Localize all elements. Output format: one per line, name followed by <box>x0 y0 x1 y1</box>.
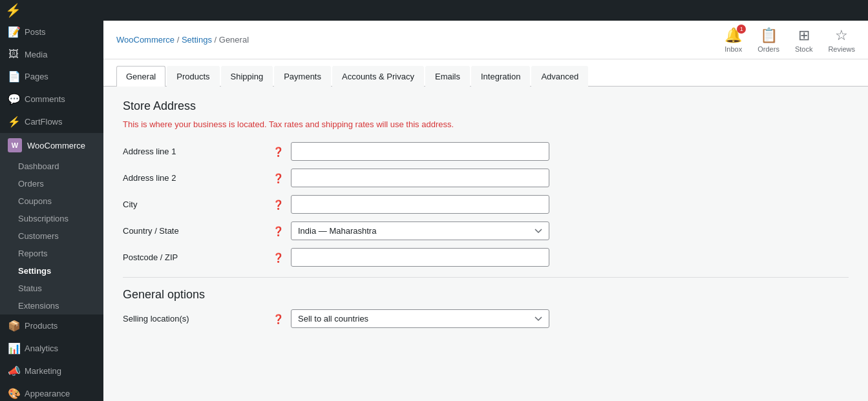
woo-submenu: Dashboard Orders Coupons Subscriptions C… <box>0 158 103 314</box>
woo-icon: W <box>8 138 22 152</box>
label-address2: Address line 2 <box>123 173 265 183</box>
content-area: WooCommerce / Settings / General 🔔 1 Inb… <box>103 21 868 401</box>
sidebar-item-pages[interactable]: 📄 Pages <box>0 65 103 88</box>
breadcrumb-woocommerce[interactable]: WooCommerce <box>116 35 175 45</box>
tab-integration[interactable]: Integration <box>471 66 530 87</box>
sidebar-sub-status[interactable]: Status <box>0 280 103 297</box>
input-city[interactable] <box>291 195 549 214</box>
sidebar-sub-coupons[interactable]: Coupons <box>0 192 103 210</box>
cartflows-icon: ⚡ <box>8 116 19 128</box>
wrap-postcode <box>291 248 549 267</box>
tab-payments[interactable]: Payments <box>274 66 331 87</box>
breadcrumb-settings[interactable]: Settings <box>182 35 212 45</box>
general-options-title: General options <box>123 277 849 302</box>
sidebar-item-woocommerce[interactable]: W WooCommerce ◄ <box>0 133 103 158</box>
breadcrumb-current: General <box>219 35 249 45</box>
sidebar-item-media[interactable]: 🖼 Media <box>0 43 103 65</box>
toolbar-reviews[interactable]: ☆ Reviews <box>828 27 855 53</box>
page-content: Store Address This is where your busines… <box>103 87 868 401</box>
sidebar-item-analytics[interactable]: 📊 Analytics <box>0 337 103 360</box>
orders-icon: 📋 <box>760 27 778 44</box>
field-address2: Address line 2 ❓ <box>123 169 849 187</box>
tab-emails[interactable]: Emails <box>425 66 470 87</box>
inbox-badge: 1 <box>737 25 746 34</box>
toolbar-stock[interactable]: ⊞ Stock <box>795 27 813 53</box>
breadcrumb: WooCommerce / Settings / General <box>116 35 249 45</box>
sidebar-item-marketing[interactable]: 📣 Marketing <box>0 360 103 382</box>
main-layout: 📝 Posts 🖼 Media 📄 Pages 💬 Comments ⚡ Car… <box>0 21 868 401</box>
sidebar-sub-orders[interactable]: Orders <box>0 175 103 192</box>
field-country: Country / State ❓ India — Maharashtra <box>123 221 849 240</box>
field-postcode: Postcode / ZIP ❓ <box>123 248 849 267</box>
toolbar-orders[interactable]: 📋 Orders <box>757 27 779 53</box>
sidebar: 📝 Posts 🖼 Media 📄 Pages 💬 Comments ⚡ Car… <box>0 21 103 401</box>
media-icon: 🖼 <box>8 48 19 60</box>
help-city[interactable]: ❓ <box>271 200 284 210</box>
products-icon: 📦 <box>8 320 19 332</box>
help-address2[interactable]: ❓ <box>271 173 284 183</box>
sidebar-sub-reports[interactable]: Reports <box>0 245 103 262</box>
sidebar-item-products[interactable]: 📦 Products <box>0 314 103 337</box>
sidebar-item-comments[interactable]: 💬 Comments <box>0 88 103 110</box>
wrap-country: India — Maharashtra <box>291 221 549 240</box>
input-postcode[interactable] <box>291 248 549 267</box>
toolbar-icons: 🔔 1 Inbox 📋 Orders ⊞ Stock ☆ Reviews <box>725 27 855 53</box>
help-country[interactable]: ❓ <box>271 226 284 236</box>
tab-products[interactable]: Products <box>167 66 219 87</box>
tab-general[interactable]: General <box>116 66 165 87</box>
sidebar-item-cartflows[interactable]: ⚡ CartFlows <box>0 110 103 133</box>
admin-bar: ⚡ <box>0 0 868 21</box>
sidebar-item-appearance[interactable]: 🎨 Appearance <box>0 382 103 401</box>
field-selling-location: Selling location(s) ❓ Sell to all countr… <box>123 309 849 328</box>
sidebar-sub-settings[interactable]: Settings ◄ <box>0 262 103 280</box>
input-address2[interactable] <box>291 169 549 187</box>
appearance-icon: 🎨 <box>8 387 19 400</box>
help-postcode[interactable]: ❓ <box>271 252 284 263</box>
wrap-address1 <box>291 142 549 161</box>
store-address-title: Store Address <box>123 99 849 113</box>
select-selling-location[interactable]: Sell to all countries <box>291 309 549 328</box>
input-address1[interactable] <box>291 142 549 161</box>
field-address1: Address line 1 ❓ <box>123 142 849 161</box>
marketing-icon: 📣 <box>8 365 19 377</box>
store-address-description: This is where your business is located. … <box>123 119 849 129</box>
toolbar-inbox[interactable]: 🔔 1 Inbox <box>725 27 742 53</box>
label-selling-location: Selling location(s) <box>123 314 265 324</box>
label-address1: Address line 1 <box>123 147 265 156</box>
comments-icon: 💬 <box>8 93 19 105</box>
tab-accounts-privacy[interactable]: Accounts & Privacy <box>332 66 424 87</box>
stock-icon: ⊞ <box>798 27 810 44</box>
settings-arrow: ◄ <box>102 263 103 278</box>
tab-advanced[interactable]: Advanced <box>531 66 588 87</box>
reviews-icon: ☆ <box>835 27 848 44</box>
wrap-address2 <box>291 169 549 187</box>
woo-arrow: ◄ <box>102 138 103 153</box>
label-city: City <box>123 200 265 209</box>
pages-icon: 📄 <box>8 70 19 83</box>
wp-logo: ⚡ <box>5 4 21 17</box>
help-address1[interactable]: ❓ <box>271 147 284 157</box>
sidebar-sub-subscriptions[interactable]: Subscriptions <box>0 210 103 227</box>
sidebar-sub-customers[interactable]: Customers <box>0 227 103 245</box>
wrap-city <box>291 195 549 214</box>
sidebar-sub-extensions[interactable]: Extensions <box>0 297 103 314</box>
posts-icon: 📝 <box>8 26 19 38</box>
label-postcode: Postcode / ZIP <box>123 252 265 262</box>
analytics-icon: 📊 <box>8 342 19 355</box>
label-country: Country / State <box>123 226 265 236</box>
field-city: City ❓ <box>123 195 849 214</box>
select-country[interactable]: India — Maharashtra <box>291 221 549 240</box>
wrap-selling-location: Sell to all countries <box>291 309 549 328</box>
tab-shipping[interactable]: Shipping <box>221 66 273 87</box>
sidebar-sub-dashboard[interactable]: Dashboard <box>0 158 103 175</box>
sidebar-item-posts[interactable]: 📝 Posts <box>0 21 103 43</box>
top-toolbar: WooCommerce / Settings / General 🔔 1 Inb… <box>103 21 868 59</box>
help-selling-location[interactable]: ❓ <box>271 314 284 324</box>
tabs-bar: General Products Shipping Payments Accou… <box>103 59 868 87</box>
